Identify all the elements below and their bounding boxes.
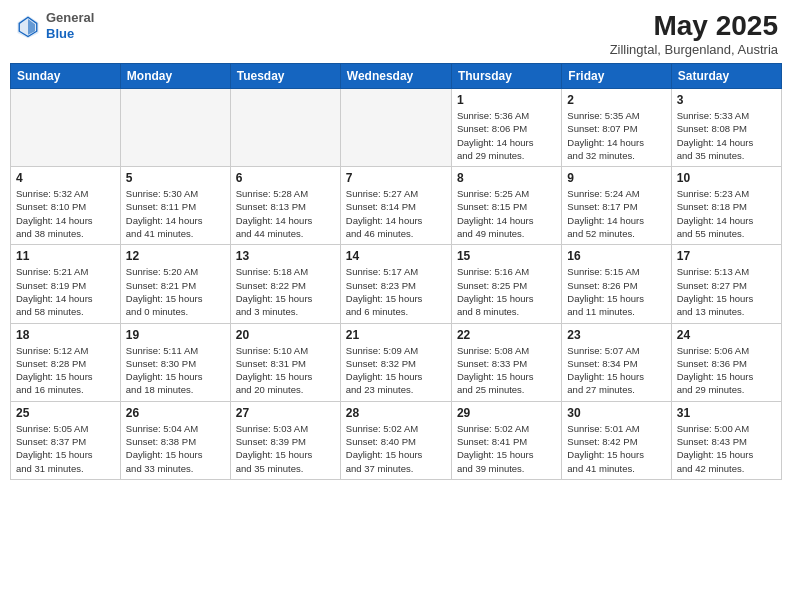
day-info: Sunrise: 5:24 AM Sunset: 8:17 PM Dayligh… [567,187,665,240]
day-info: Sunrise: 5:13 AM Sunset: 8:27 PM Dayligh… [677,265,776,318]
day-number: 21 [346,328,446,342]
title-block: May 2025 Zillingtal, Burgenland, Austria [610,10,778,57]
calendar-day: 22Sunrise: 5:08 AM Sunset: 8:33 PM Dayli… [451,323,561,401]
day-info: Sunrise: 5:00 AM Sunset: 8:43 PM Dayligh… [677,422,776,475]
day-info: Sunrise: 5:02 AM Sunset: 8:41 PM Dayligh… [457,422,556,475]
calendar-day: 6Sunrise: 5:28 AM Sunset: 8:13 PM Daylig… [230,167,340,245]
logo-blue: Blue [46,26,74,41]
calendar-day: 30Sunrise: 5:01 AM Sunset: 8:42 PM Dayli… [562,401,671,479]
calendar-day: 20Sunrise: 5:10 AM Sunset: 8:31 PM Dayli… [230,323,340,401]
day-number: 1 [457,93,556,107]
calendar-day: 26Sunrise: 5:04 AM Sunset: 8:38 PM Dayli… [120,401,230,479]
weekday-header-wednesday: Wednesday [340,64,451,89]
calendar-day: 25Sunrise: 5:05 AM Sunset: 8:37 PM Dayli… [11,401,121,479]
month-year-title: May 2025 [610,10,778,42]
calendar-day: 18Sunrise: 5:12 AM Sunset: 8:28 PM Dayli… [11,323,121,401]
calendar-day: 12Sunrise: 5:20 AM Sunset: 8:21 PM Dayli… [120,245,230,323]
day-number: 17 [677,249,776,263]
day-info: Sunrise: 5:23 AM Sunset: 8:18 PM Dayligh… [677,187,776,240]
day-info: Sunrise: 5:21 AM Sunset: 8:19 PM Dayligh… [16,265,115,318]
calendar-day [11,89,121,167]
day-number: 9 [567,171,665,185]
calendar-week-3: 11Sunrise: 5:21 AM Sunset: 8:19 PM Dayli… [11,245,782,323]
day-number: 15 [457,249,556,263]
calendar-day: 19Sunrise: 5:11 AM Sunset: 8:30 PM Dayli… [120,323,230,401]
day-number: 8 [457,171,556,185]
calendar-day: 3Sunrise: 5:33 AM Sunset: 8:08 PM Daylig… [671,89,781,167]
calendar-day: 4Sunrise: 5:32 AM Sunset: 8:10 PM Daylig… [11,167,121,245]
calendar-day: 10Sunrise: 5:23 AM Sunset: 8:18 PM Dayli… [671,167,781,245]
day-number: 6 [236,171,335,185]
day-number: 27 [236,406,335,420]
day-info: Sunrise: 5:06 AM Sunset: 8:36 PM Dayligh… [677,344,776,397]
weekday-header-tuesday: Tuesday [230,64,340,89]
calendar-day: 27Sunrise: 5:03 AM Sunset: 8:39 PM Dayli… [230,401,340,479]
day-info: Sunrise: 5:27 AM Sunset: 8:14 PM Dayligh… [346,187,446,240]
day-info: Sunrise: 5:36 AM Sunset: 8:06 PM Dayligh… [457,109,556,162]
day-number: 30 [567,406,665,420]
calendar-day: 8Sunrise: 5:25 AM Sunset: 8:15 PM Daylig… [451,167,561,245]
day-info: Sunrise: 5:02 AM Sunset: 8:40 PM Dayligh… [346,422,446,475]
day-number: 16 [567,249,665,263]
day-info: Sunrise: 5:03 AM Sunset: 8:39 PM Dayligh… [236,422,335,475]
calendar-day: 31Sunrise: 5:00 AM Sunset: 8:43 PM Dayli… [671,401,781,479]
day-number: 20 [236,328,335,342]
day-number: 12 [126,249,225,263]
day-info: Sunrise: 5:25 AM Sunset: 8:15 PM Dayligh… [457,187,556,240]
calendar-day: 17Sunrise: 5:13 AM Sunset: 8:27 PM Dayli… [671,245,781,323]
calendar-day [120,89,230,167]
day-info: Sunrise: 5:18 AM Sunset: 8:22 PM Dayligh… [236,265,335,318]
day-number: 2 [567,93,665,107]
weekday-header-sunday: Sunday [11,64,121,89]
day-number: 10 [677,171,776,185]
day-number: 13 [236,249,335,263]
day-info: Sunrise: 5:32 AM Sunset: 8:10 PM Dayligh… [16,187,115,240]
calendar-day: 9Sunrise: 5:24 AM Sunset: 8:17 PM Daylig… [562,167,671,245]
day-number: 14 [346,249,446,263]
calendar-day: 16Sunrise: 5:15 AM Sunset: 8:26 PM Dayli… [562,245,671,323]
calendar-day: 2Sunrise: 5:35 AM Sunset: 8:07 PM Daylig… [562,89,671,167]
weekday-header-thursday: Thursday [451,64,561,89]
day-info: Sunrise: 5:33 AM Sunset: 8:08 PM Dayligh… [677,109,776,162]
day-number: 5 [126,171,225,185]
day-number: 11 [16,249,115,263]
day-number: 18 [16,328,115,342]
day-info: Sunrise: 5:12 AM Sunset: 8:28 PM Dayligh… [16,344,115,397]
calendar-day: 28Sunrise: 5:02 AM Sunset: 8:40 PM Dayli… [340,401,451,479]
day-number: 4 [16,171,115,185]
day-info: Sunrise: 5:09 AM Sunset: 8:32 PM Dayligh… [346,344,446,397]
day-info: Sunrise: 5:15 AM Sunset: 8:26 PM Dayligh… [567,265,665,318]
calendar-day: 5Sunrise: 5:30 AM Sunset: 8:11 PM Daylig… [120,167,230,245]
day-info: Sunrise: 5:01 AM Sunset: 8:42 PM Dayligh… [567,422,665,475]
location-subtitle: Zillingtal, Burgenland, Austria [610,42,778,57]
calendar-day: 13Sunrise: 5:18 AM Sunset: 8:22 PM Dayli… [230,245,340,323]
calendar-week-1: 1Sunrise: 5:36 AM Sunset: 8:06 PM Daylig… [11,89,782,167]
day-info: Sunrise: 5:17 AM Sunset: 8:23 PM Dayligh… [346,265,446,318]
calendar-header-row: SundayMondayTuesdayWednesdayThursdayFrid… [11,64,782,89]
day-info: Sunrise: 5:05 AM Sunset: 8:37 PM Dayligh… [16,422,115,475]
calendar-day: 21Sunrise: 5:09 AM Sunset: 8:32 PM Dayli… [340,323,451,401]
day-info: Sunrise: 5:10 AM Sunset: 8:31 PM Dayligh… [236,344,335,397]
day-info: Sunrise: 5:30 AM Sunset: 8:11 PM Dayligh… [126,187,225,240]
logo: General Blue [14,10,94,41]
calendar-day: 11Sunrise: 5:21 AM Sunset: 8:19 PM Dayli… [11,245,121,323]
calendar-week-4: 18Sunrise: 5:12 AM Sunset: 8:28 PM Dayli… [11,323,782,401]
weekday-header-saturday: Saturday [671,64,781,89]
day-info: Sunrise: 5:11 AM Sunset: 8:30 PM Dayligh… [126,344,225,397]
day-info: Sunrise: 5:20 AM Sunset: 8:21 PM Dayligh… [126,265,225,318]
calendar-week-5: 25Sunrise: 5:05 AM Sunset: 8:37 PM Dayli… [11,401,782,479]
weekday-header-friday: Friday [562,64,671,89]
day-number: 22 [457,328,556,342]
day-number: 28 [346,406,446,420]
day-number: 31 [677,406,776,420]
day-info: Sunrise: 5:04 AM Sunset: 8:38 PM Dayligh… [126,422,225,475]
calendar-day: 24Sunrise: 5:06 AM Sunset: 8:36 PM Dayli… [671,323,781,401]
logo-icon [14,12,42,40]
day-info: Sunrise: 5:28 AM Sunset: 8:13 PM Dayligh… [236,187,335,240]
logo-general: General [46,10,94,25]
day-info: Sunrise: 5:35 AM Sunset: 8:07 PM Dayligh… [567,109,665,162]
calendar-day: 14Sunrise: 5:17 AM Sunset: 8:23 PM Dayli… [340,245,451,323]
day-number: 19 [126,328,225,342]
calendar-day [340,89,451,167]
day-number: 7 [346,171,446,185]
